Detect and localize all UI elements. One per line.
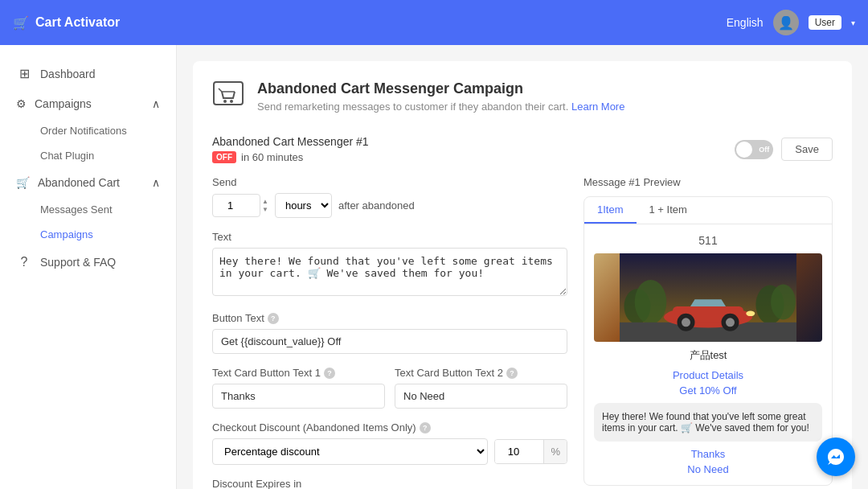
send-up-arrow[interactable]: ▲ — [262, 198, 268, 206]
svg-point-7 — [771, 285, 796, 320]
messenger-fab[interactable] — [817, 438, 855, 476]
campaigns-icon: ⚙ — [16, 97, 27, 110]
abandoned-cart-chevron-icon: ∧ — [152, 176, 160, 189]
campaign-toggle[interactable]: Off — [735, 140, 773, 159]
discount-expires-label: Discount Expires in — [212, 478, 567, 489]
svg-point-5 — [635, 280, 667, 324]
discount-pct-symbol: % — [543, 440, 567, 463]
preview-product-name: 产品test — [594, 348, 822, 363]
card-btn2-label: Text Card Button Text 2 ? — [395, 367, 567, 379]
svg-marker-11 — [690, 299, 726, 306]
text-section: Text — [212, 231, 567, 299]
sidebar-support-label: Support & FAQ — [40, 256, 116, 269]
preview-body: 511 — [584, 224, 832, 485]
support-icon: ? — [16, 255, 32, 269]
svg-rect-0 — [214, 82, 243, 105]
language-selector[interactable]: English — [727, 16, 764, 29]
card-btn1-input[interactable] — [212, 384, 385, 409]
discount-expires-section: Discount Expires in ▲ ▼ days after messa… — [212, 478, 567, 489]
preview-thanks-button[interactable]: Thanks — [594, 448, 822, 460]
card-buttons-row: Text Card Button Text 1 ? Text Card Butt… — [212, 367, 567, 421]
preview-tab-1plus[interactable]: 1 + Item — [637, 197, 700, 224]
checkout-discount-section: Checkout Discount (Abandoned Items Only)… — [212, 421, 567, 465]
sidebar-item-order-notifications[interactable]: Order Notifications — [0, 118, 176, 143]
main-content: Abandoned Cart Messenger Campaign Send r… — [177, 45, 868, 489]
card-btn1-section: Text Card Button Text 1 ? — [212, 367, 385, 409]
preview-column: Message #1 Preview 1Item 1 + Item 511 — [583, 176, 833, 489]
card-btn1-label: Text Card Button Text 1 ? — [212, 367, 385, 379]
svg-point-16 — [746, 311, 755, 317]
app-logo: 🛒 Cart Activator — [13, 15, 120, 31]
sidebar-item-dashboard[interactable]: ⊞ Dashboard — [0, 58, 176, 89]
save-button[interactable]: Save — [781, 138, 833, 161]
content-card: Abandoned Cart Messenger Campaign Send r… — [193, 61, 852, 489]
page-subtitle: Send remarketing messages to customer if… — [257, 101, 624, 113]
sidebar-item-chat-plugin[interactable]: Chat Plugin — [0, 143, 176, 168]
send-row: ▲ ▼ hours after abandoned — [212, 193, 567, 218]
send-section: Send ▲ ▼ hours — [212, 176, 567, 218]
toggle-off-label: Off — [759, 146, 769, 154]
sidebar-item-campaigns[interactable]: ⚙ Campaigns ∧ — [0, 89, 176, 118]
preview-product-image — [594, 253, 822, 342]
button-text-label: Button Text ? — [212, 312, 567, 324]
preview-tab-1item[interactable]: 1Item — [584, 197, 637, 224]
campaigns-chevron-icon: ∧ — [152, 97, 160, 110]
preview-tabs: 1Item 1 + Item — [584, 197, 832, 224]
main-layout: ⊞ Dashboard ⚙ Campaigns ∧ Order Notifica… — [0, 45, 868, 489]
hours-select[interactable]: hours — [275, 193, 332, 218]
avatar[interactable]: 👤 — [773, 10, 799, 35]
sidebar-item-support[interactable]: ? Support & FAQ — [0, 247, 176, 277]
discount-num-input[interactable] — [495, 440, 543, 463]
two-col-layout: Send ▲ ▼ hours — [212, 176, 833, 489]
chevron-down-icon[interactable]: ▾ — [851, 18, 855, 27]
page-title: Abandoned Cart Messenger Campaign — [257, 80, 624, 97]
card-btn2-section: Text Card Button Text 2 ? — [395, 367, 567, 409]
card-btn2-input[interactable] — [395, 384, 567, 409]
checkout-discount-label: Checkout Discount (Abandoned Items Only)… — [212, 421, 567, 434]
preview-get-discount-link[interactable]: Get 10% Off — [594, 384, 822, 397]
sidebar-item-messages-sent[interactable]: Messages Sent — [0, 197, 176, 222]
svg-point-1 — [223, 100, 227, 103]
page-header-text: Abandoned Cart Messenger Campaign Send r… — [257, 80, 624, 113]
svg-point-13 — [682, 318, 690, 327]
toggle-knob — [736, 142, 752, 158]
sidebar-item-abandoned-cart[interactable]: 🛒 Abandoned Cart ∧ — [0, 168, 176, 197]
preview-number: 511 — [594, 234, 822, 247]
abandoned-cart-label: Abandoned Cart — [38, 176, 120, 189]
preview-noneed-button[interactable]: No Need — [594, 463, 822, 475]
text-textarea[interactable] — [212, 248, 567, 296]
user-name-box: User — [809, 15, 841, 30]
chat-plugin-label: Chat Plugin — [40, 150, 94, 162]
checkout-discount-info-icon[interactable]: ? — [420, 422, 431, 434]
page-header: Abandoned Cart Messenger Campaign Send r… — [212, 80, 833, 116]
after-abandoned-text: after abandoned — [338, 199, 415, 212]
app-name: Cart Activator — [35, 15, 120, 30]
discount-num-wrap: % — [494, 439, 567, 464]
send-number-input[interactable] — [212, 194, 260, 217]
card-btn1-info-icon[interactable]: ? — [324, 368, 335, 379]
form-column: Send ▲ ▼ hours — [212, 176, 567, 489]
campaign-info: Abandoned Cart Messenger #1 OFF in 60 mi… — [212, 135, 369, 163]
discount-type-select[interactable]: Percentage discount — [212, 438, 488, 465]
campaign-row-right: Off Save — [735, 138, 833, 161]
timer-text: in 60 minutes — [241, 151, 303, 163]
page-cart-icon — [212, 80, 244, 116]
preview-product-details-link[interactable]: Product Details — [594, 369, 822, 381]
svg-point-2 — [230, 100, 233, 103]
button-text-info-icon[interactable]: ? — [268, 313, 279, 324]
sidebar-campaigns-label: Campaigns — [35, 97, 92, 110]
sidebar-dashboard-label: Dashboard — [40, 68, 96, 80]
messages-sent-label: Messages Sent — [40, 203, 113, 216]
send-down-arrow[interactable]: ▼ — [262, 206, 268, 214]
send-label: Send — [212, 176, 567, 188]
sidebar-item-campaigns-sub[interactable]: Campaigns — [0, 222, 176, 247]
card-btn2-info-icon[interactable]: ? — [506, 368, 518, 379]
learn-more-link[interactable]: Learn More — [571, 101, 624, 113]
discount-row: Percentage discount % — [212, 438, 567, 465]
preview-title: Message #1 Preview — [583, 176, 833, 188]
topbar-right: English 👤 User ▾ — [727, 10, 855, 35]
text-label: Text — [212, 231, 567, 243]
cart-icon: 🛒 — [13, 15, 29, 31]
button-text-input[interactable] — [212, 329, 567, 354]
order-notifications-label: Order Notifications — [40, 125, 127, 137]
